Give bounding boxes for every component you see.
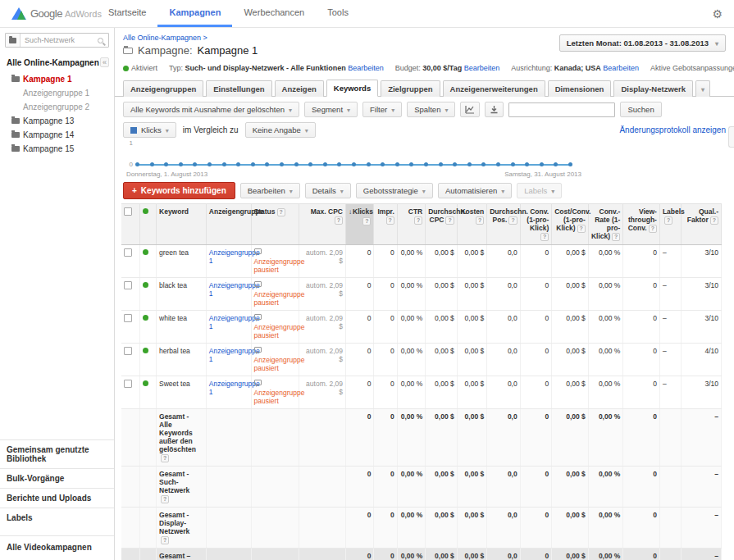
help-icon[interactable]: ? [362,217,371,225]
tree-item-kampagne-1[interactable]: Kampagne 1 [0,72,114,86]
help-icon[interactable]: ? [161,454,169,462]
collapse-sidebar-button[interactable]: « [100,57,109,67]
help-icon[interactable]: ? [649,225,657,233]
col-header-select[interactable] [121,204,139,245]
date-range-picker[interactable]: Letzten Monat: 01.08.2013 - 31.08.2013 [559,34,726,52]
action-bearbeiten-button[interactable]: Bearbeiten [240,183,300,198]
help-icon[interactable]: ? [540,233,549,241]
search-icon[interactable] [98,38,103,43]
breadcrumb-all-campaigns-link[interactable]: Alle Online-Kampagnen > [123,34,207,42]
search-submit-button[interactable]: Suchen [620,102,661,117]
summary-cell-cost_conv: 0,00 $ [552,549,589,560]
sidebar-search-scope-button[interactable] [6,34,21,47]
tree-item-anzeigengruppe-1[interactable]: Anzeigengruppe 1 [0,86,114,100]
action-details-button[interactable]: Details [305,183,351,198]
google-adwords-logo[interactable]: Google AdWords [0,0,97,27]
filter-button[interactable]: Filter [362,102,402,117]
row-checkbox[interactable] [124,314,132,322]
col-header-view_through[interactable]: View-through-Conv.? [623,204,660,245]
row-checkbox[interactable] [124,380,132,388]
nav-item-tools[interactable]: Tools [316,0,360,27]
changelog-link[interactable]: Änderungsprotokoll anzeigen [619,125,726,134]
cost-value: 0,00 $ [465,347,485,355]
gear-icon [712,7,723,21]
col-header-ctr[interactable]: CTR? [397,204,425,245]
help-icon[interactable]: ? [476,216,484,225]
col-header-clicks[interactable]: Klicks? [346,204,374,245]
keywords-view-filter-button[interactable]: Alle Keywords mit Ausnahme der gelöschte… [123,102,299,117]
sidebar-item-berichte-und-uploads[interactable]: Berichte und Uploads [0,488,114,508]
nav-item-werbechancen[interactable]: Werbechancen [232,0,316,27]
tab-display-netzwerk[interactable]: Display-Netzwerk [613,80,693,97]
col-header-cost_conv[interactable]: Cost/Conv. (1-pro-Klick)? [552,204,589,245]
tree-item-kampagne-13[interactable]: Kampagne 13 [0,114,114,128]
action-automatisieren-button[interactable]: Automatisieren [438,183,512,198]
col-header-avg_cpc[interactable]: Durchschn. CPC? [426,204,458,245]
help-icon[interactable]: ? [386,216,394,225]
help-icon[interactable]: ? [161,536,169,544]
more-tabs-button[interactable] [695,80,710,97]
edit-type-link[interactable]: Bearbeiten [348,64,384,72]
sidebar-item-gemeinsam-genutzte-bibliothek[interactable]: Gemeinsam genutzte Bibliothek [0,439,114,468]
panel-handle[interactable] [728,126,734,148]
col-header-adgroup[interactable]: Anzeigengruppe [206,204,251,245]
tab-anzeigengruppen[interactable]: Anzeigengruppen [123,80,203,97]
col-header-state[interactable] [139,204,156,245]
col-header-status[interactable]: Status? [251,204,299,245]
help-icon[interactable]: ? [508,216,517,225]
chart-point [409,162,413,166]
help-icon[interactable]: ? [445,216,454,225]
row-checkbox[interactable] [124,281,132,289]
tab-dimensionen[interactable]: Dimensionen [548,80,612,97]
action-gebotsstrategie-button[interactable]: Gebotsstrategie [356,183,433,198]
help-icon[interactable]: ? [710,216,718,225]
col-header-cost[interactable]: Kosten? [457,204,486,245]
tab-keywords[interactable]: Keywords [326,80,378,97]
tab-anzeigen[interactable]: Anzeigen [275,80,324,97]
columns-button[interactable]: Spalten [407,102,455,117]
segment-button[interactable]: Segment [304,102,358,117]
row-checkbox[interactable] [124,347,132,355]
settings-menu-button[interactable] [700,0,734,27]
edit-budget-link[interactable]: Bearbeiten [464,64,500,72]
nav-item-startseite[interactable]: Startseite [97,0,157,27]
toggle-chart-button[interactable] [460,102,480,117]
col-header-qf[interactable]: Qual.-Faktor? [682,204,722,245]
help-icon[interactable]: ? [577,225,586,233]
col-header-keyword[interactable]: Keyword [157,204,207,245]
edit-targeting-link[interactable]: Bearbeiten [603,64,639,72]
download-button[interactable] [485,102,504,117]
help-icon[interactable]: ? [161,495,169,503]
sidebar-item-labels[interactable]: Labels [0,508,114,527]
sidebar-search-input[interactable]: Such-Netzwerk [21,36,98,44]
col-header-conv_rate[interactable]: Conv.-Rate (1-pro-Klick)? [588,204,623,245]
help-icon[interactable]: ? [414,216,422,225]
tree-item-kampagne-15[interactable]: Kampagne 15 [0,142,114,156]
col-header-labels[interactable]: Labels? [659,204,681,245]
tree-item-kampagne-14[interactable]: Kampagne 14 [0,128,114,142]
cell-cost: 0,00 $ [457,245,486,278]
help-icon[interactable]: ? [664,216,672,225]
tab-anzeigenerweiterungen[interactable]: Anzeigenerweiterungen [443,80,545,97]
nav-item-kampagnen[interactable]: Kampagnen [157,0,232,27]
sidebar-item-bulk-vorg-nge[interactable]: Bulk-Vorgänge [0,468,114,488]
col-header-impr[interactable]: Impr.? [374,204,397,245]
select-all-checkbox[interactable] [124,207,132,216]
row-checkbox[interactable] [124,248,132,257]
sidebar-item-videokampagnen[interactable]: Alle Videokampagnen [0,535,114,560]
tab-zielgruppen[interactable]: Zielgruppen [381,80,440,97]
add-keywords-button[interactable]: Keywords hinzufügen [123,182,235,199]
help-icon[interactable]: ? [277,208,285,216]
tree-item-anzeigengruppe-2[interactable]: Anzeigengruppe 2 [0,100,114,114]
help-icon[interactable]: ? [612,233,620,241]
keyword-search-input[interactable] [508,102,615,117]
help-icon[interactable]: ? [335,216,343,225]
table-body: green teaAnzeigengruppe 1Anzeigengruppe … [121,245,722,560]
compare-metric-button[interactable]: Keine Angabe [245,122,316,138]
col-header-max_cpc[interactable]: Max. CPC? [299,204,346,245]
metric-select-button[interactable]: Klicks [123,122,176,138]
tab-einstellungen[interactable]: Einstellungen [206,80,271,97]
col-header-avg_pos[interactable]: Durchschn. Pos.? [487,204,521,245]
chart-point [265,162,269,166]
all-campaigns-label[interactable]: Alle Online-Kampagnen [7,58,100,67]
